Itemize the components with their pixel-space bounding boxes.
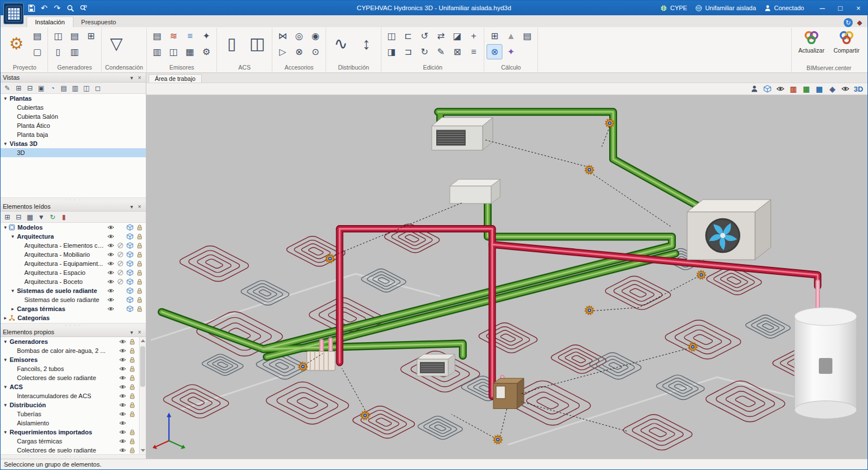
chevron-down-icon[interactable]: ▾ [2, 225, 8, 230]
scrollbar-thumb[interactable] [140, 346, 145, 387]
slash-icon[interactable] [115, 260, 125, 267]
rotate-ccw-icon[interactable]: ↺ [416, 28, 432, 44]
eye-icon[interactable] [118, 338, 127, 345]
thermometer-icon[interactable]: ▮ [59, 212, 69, 222]
eye-icon[interactable] [118, 447, 127, 454]
swap-icon[interactable]: ⇄ [433, 28, 449, 44]
pipe-route-icon[interactable]: ∿ [328, 28, 353, 59]
tree-item[interactable]: ▾ACS [1, 382, 146, 391]
groups-icon[interactable]: ◈ [827, 84, 838, 94]
chevron-right-icon[interactable]: ▸ [2, 315, 8, 321]
boiler-icon[interactable]: ▯ [50, 44, 66, 59]
pump-icon[interactable]: ⊗ [291, 44, 307, 59]
heat-pump-icon[interactable]: ◫ [50, 28, 66, 44]
refresh-icon[interactable]: ↻ [47, 212, 58, 222]
lock-icon[interactable] [134, 305, 144, 312]
lock-icon[interactable] [127, 429, 137, 435]
warning-icon[interactable]: ▲ [503, 28, 519, 44]
scroll-down-icon[interactable] [141, 449, 145, 452]
lock-icon[interactable] [134, 251, 144, 258]
viewport-3d[interactable] [146, 95, 867, 459]
cancel-calculation-icon[interactable]: ⊗ [487, 44, 502, 59]
leidos-splitter[interactable]: · · · · [1, 323, 146, 327]
eye-icon[interactable] [118, 365, 127, 372]
slash-icon[interactable] [115, 251, 125, 258]
cube-icon[interactable] [125, 278, 134, 285]
export-view-icon[interactable]: ◻ [93, 83, 103, 93]
radiator-icon[interactable]: ▤ [149, 28, 165, 44]
valve-icon[interactable]: ⋈ [275, 28, 290, 44]
check-valve-icon[interactable]: ▷ [275, 44, 290, 59]
zoom-icon[interactable] [66, 3, 75, 12]
delete-plan-icon[interactable]: ⊟ [25, 83, 35, 93]
close-leidos-button[interactable]: × [136, 204, 144, 210]
close-button[interactable]: × [849, 1, 867, 15]
lock-icon[interactable] [127, 383, 137, 390]
sync-icon[interactable]: ↻ [844, 18, 853, 27]
lock-icon[interactable] [134, 242, 144, 249]
accumulator-icon[interactable]: ▥ [67, 44, 83, 59]
tree-item[interactable]: ▾Plantas [1, 94, 146, 103]
eye-icon[interactable] [118, 393, 127, 399]
riser-pipes-icon[interactable]: ↕ [354, 28, 379, 59]
cube-icon[interactable] [125, 260, 134, 267]
eye-icon[interactable] [106, 242, 115, 249]
collapse-all-icon[interactable]: ⊟ [14, 212, 24, 222]
chevron-down-icon[interactable]: ▾ [2, 357, 8, 363]
update-button[interactable]: Actualizar [796, 28, 827, 55]
cube-icon[interactable] [125, 287, 134, 294]
eye-icon[interactable] [106, 296, 115, 303]
workspace-tab[interactable]: Área de trabajo [149, 74, 202, 83]
duplicate-plan-icon[interactable]: ▣ [36, 83, 46, 93]
erase-icon[interactable]: ◪ [449, 28, 465, 44]
eye-icon[interactable] [118, 347, 127, 354]
cube-icon[interactable] [125, 242, 134, 249]
tree-item[interactable]: Cubierta Salón [1, 112, 146, 121]
app-icon[interactable] [3, 3, 24, 24]
redo-icon[interactable]: ↷ [53, 3, 62, 12]
edit-pencil-icon[interactable]: ✎ [433, 44, 449, 59]
lock-icon[interactable] [127, 438, 137, 445]
cype-account[interactable]: CYPE [660, 5, 687, 12]
lock-icon[interactable] [127, 338, 137, 345]
eye-icon[interactable] [118, 402, 127, 408]
slash-icon[interactable] [115, 269, 125, 276]
edit-plan-icon[interactable]: ✎ [2, 83, 12, 93]
eye-icon[interactable] [106, 278, 115, 285]
eye-icon[interactable] [106, 269, 115, 276]
propios-splitter[interactable]: · · · · [1, 454, 146, 459]
project-settings-icon[interactable]: ⚙ [4, 28, 29, 59]
eye-icon[interactable] [106, 305, 115, 312]
emitter-config-icon[interactable]: ⚙ [198, 44, 214, 59]
view-3d-icon[interactable]: ◔ [47, 83, 58, 93]
tree-item[interactable]: Cargas térmicas [1, 437, 146, 446]
vistas-splitter[interactable]: · · · · [1, 197, 146, 202]
chevron-down-icon[interactable]: ▾ [2, 339, 8, 344]
eye-icon[interactable] [118, 374, 127, 381]
acs-accumulator-icon[interactable]: ◫ [245, 28, 270, 59]
copy-view-icon[interactable]: ◫ [81, 83, 92, 93]
cube-icon[interactable] [125, 305, 134, 312]
layers-blue-icon[interactable]: ▩ [814, 84, 825, 94]
tree-item[interactable]: Interacumuladores de ACS [1, 391, 146, 400]
eye-icon[interactable] [118, 411, 127, 417]
tree-item[interactable]: Colectores de suelo radiante [1, 373, 146, 382]
lock-icon[interactable] [134, 224, 144, 231]
collector-icon[interactable]: ≡ [182, 28, 198, 44]
chevron-down-icon[interactable]: ▾ [10, 288, 16, 294]
tree-item[interactable]: Sistemas de suelo radiante [1, 295, 146, 304]
project-data-icon[interactable]: ▤ [29, 28, 45, 44]
slash-icon[interactable] [115, 242, 125, 249]
collapse-propios-button[interactable]: ▾ [128, 329, 136, 335]
eye-3d-icon[interactable] [840, 84, 851, 94]
generator-unit-icon[interactable]: ▤ [67, 28, 83, 44]
expand-all-icon[interactable]: ⊞ [2, 212, 12, 222]
collapse-leidos-button[interactable]: ▾ [128, 204, 136, 210]
lock-icon[interactable] [127, 356, 137, 363]
eye-icon[interactable] [106, 224, 115, 231]
lock-icon[interactable] [127, 347, 137, 354]
ribbon-tab-instalación[interactable]: Instalación [27, 16, 73, 27]
tree-item[interactable]: Fancoils, 2 tubos [1, 364, 146, 373]
eye-icon[interactable] [106, 233, 115, 240]
tree-item[interactable]: Aislamiento [1, 419, 146, 428]
